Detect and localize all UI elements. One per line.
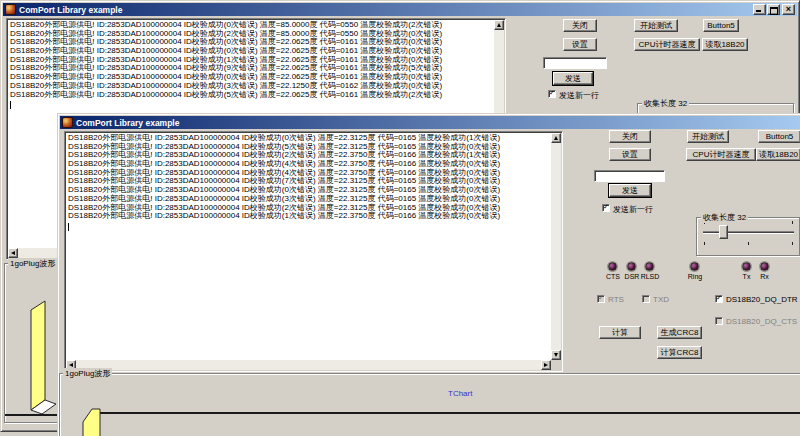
close-button[interactable]: 关闭 (563, 19, 597, 32)
scroll-right-button[interactable] (541, 360, 551, 370)
ds18b20-dq-dtr-label: DS18B20_DQ_DTR (726, 295, 798, 304)
txd-checkbox[interactable] (642, 295, 650, 303)
settings-button[interactable]: 设置 (563, 38, 597, 51)
desktop: ComPort Library example × DS18B20外部电源供电!… (0, 0, 800, 436)
send-button[interactable]: 发送 (553, 72, 593, 85)
tchart-canvas-2 (58, 373, 800, 436)
arrow-left-icon (69, 363, 73, 367)
app-icon (5, 4, 16, 15)
arrow-right-icon (544, 363, 548, 367)
collect-length-label: 收集长度 32 (701, 212, 748, 223)
ds18b20-dq-cts-checkbox[interactable] (715, 317, 723, 325)
rx-label: Rx (758, 273, 771, 280)
window-comport-2: ComPort Library example DS18B20外部电源供电! I… (57, 113, 800, 436)
window-title: ComPort Library example (19, 5, 122, 15)
close-button[interactable]: 关闭 (609, 130, 651, 143)
text-caret (10, 101, 11, 109)
rts-checkbox[interactable] (597, 295, 605, 303)
maximize-icon (770, 7, 778, 15)
cts-led (608, 262, 617, 271)
scroll-left-button[interactable] (8, 248, 18, 258)
tx-label: Tx (740, 273, 753, 280)
start-test-button[interactable]: 开始测试 (687, 130, 729, 143)
cpu-timer-button[interactable]: CPU计时器速度 (634, 38, 700, 51)
send-newline-label: 发送新一行 (613, 204, 653, 215)
arrow-left-icon (11, 251, 15, 255)
close-icon: × (783, 4, 794, 15)
log-memo-2[interactable]: DS18B20外部电源供电! ID:2853DAD100000004 ID校验成… (64, 131, 563, 372)
slider-thumb[interactable] (719, 225, 728, 239)
rts-label: RTS (608, 295, 624, 304)
send-input[interactable] (543, 57, 607, 69)
text-caret (68, 223, 69, 231)
ring-label: Ring (686, 273, 704, 280)
memo-log: DS18B20外部电源供电! ID:2853DAD100000004 ID校验成… (68, 134, 550, 359)
rlsd-led (645, 262, 654, 271)
rx-led (760, 262, 769, 271)
txd-label: TXD (653, 295, 669, 304)
window-title: ComPort Library example (76, 118, 179, 128)
collect-length-slider[interactable] (703, 231, 794, 234)
settings-button[interactable]: 设置 (609, 148, 651, 161)
chart-bar (83, 409, 100, 436)
slider-tick (792, 242, 793, 245)
minimize-button[interactable] (753, 4, 766, 15)
arrow-down-icon (554, 353, 558, 357)
cpu-timer-button[interactable]: CPU计时器速度 (686, 148, 756, 161)
app-icon (62, 117, 73, 128)
generate-crc8-button[interactable]: 生成CRC8 (657, 326, 702, 339)
send-input[interactable] (594, 170, 665, 182)
titlebar-2[interactable]: ComPort Library example (60, 116, 800, 129)
vertical-scrollbar[interactable] (551, 133, 561, 360)
wave-group-label: 1goPlug波形 (8, 258, 57, 269)
calc-crc8-button[interactable]: 计算CRC8 (657, 346, 702, 359)
calc-button[interactable]: 计算 (599, 326, 641, 339)
slider-tick (704, 242, 705, 245)
arrow-up-icon (497, 23, 501, 27)
arrow-up-icon (554, 136, 558, 140)
start-test-button[interactable]: 开始测试 (634, 19, 678, 32)
dsr-led (627, 262, 636, 271)
scroll-down-button[interactable] (551, 350, 561, 360)
maximize-button[interactable] (767, 4, 780, 15)
minimize-icon (756, 10, 761, 12)
chart-bar (31, 301, 45, 410)
collect-length-label: 收集长度 32 (642, 98, 689, 109)
horizontal-scrollbar[interactable] (66, 360, 551, 370)
read-18b20-button[interactable]: 读取18B20 (756, 148, 800, 161)
send-newline-checkbox[interactable] (602, 204, 610, 212)
ds18b20-dq-dtr-checkbox[interactable] (715, 295, 723, 303)
scrollbar-corner (551, 360, 561, 370)
memo-line: DS18B20外部电源供电! ID:2853DAD100000004 ID校验成… (68, 212, 550, 221)
slider-tick (748, 242, 749, 245)
send-newline-checkbox[interactable] (548, 90, 556, 98)
slider-tick (792, 221, 793, 224)
memo-line: DS18B20外部电源供电! ID:2853DAD100000004 ID校验成… (10, 91, 493, 100)
tx-led (742, 262, 751, 271)
titlebar-1[interactable]: ComPort Library example (3, 3, 797, 16)
button5[interactable]: Button5 (758, 130, 800, 143)
send-newline-label: 发送新一行 (559, 90, 599, 101)
rlsd-label: RLSD (639, 273, 661, 280)
close-window-button[interactable]: × (782, 4, 795, 15)
ring-led (690, 262, 699, 271)
scroll-up-button[interactable] (551, 133, 561, 143)
button5[interactable]: Button5 (703, 19, 739, 32)
wave-group-label: 1goPlug波形 (63, 368, 112, 379)
read-18b20-button[interactable]: 读取18B20 (702, 38, 748, 51)
cts-label: CTS (604, 273, 622, 280)
scroll-up-button[interactable] (494, 20, 504, 30)
send-button[interactable]: 发送 (609, 184, 651, 197)
ds18b20-dq-cts-label: DS18B20_DQ_CTS (726, 317, 797, 326)
